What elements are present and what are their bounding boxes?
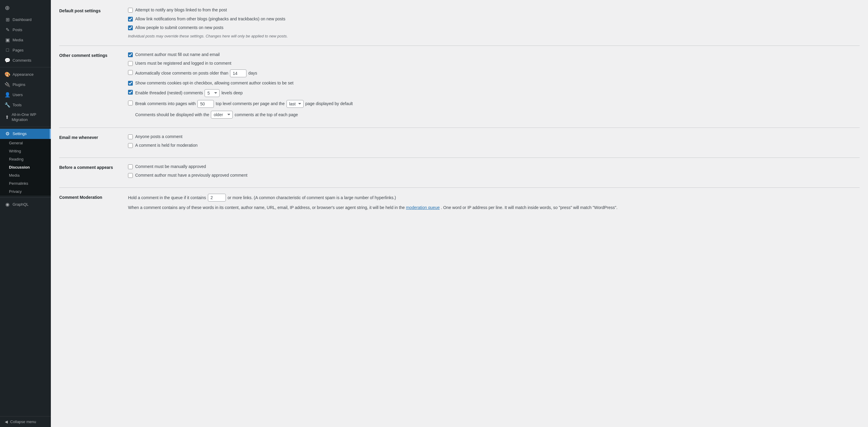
- registered-row: Users must be registered and logged in t…: [128, 60, 860, 66]
- manually-approved-checkbox[interactable]: [128, 164, 133, 169]
- sidebar-item-allinone[interactable]: ⬆ All-in-One WP Migration: [0, 110, 51, 125]
- comment-moderation-content: Hold a comment in the queue if it contai…: [128, 194, 860, 211]
- wp-logo-icon: ⊕: [5, 4, 10, 11]
- before-comment-section: Before a comment appears Comment must be…: [59, 164, 860, 181]
- sidebar-item-label: Comments: [12, 58, 31, 63]
- held-moderation-checkbox[interactable]: [128, 143, 133, 148]
- allow-comments-row: Allow people to submit comments on new p…: [128, 25, 860, 31]
- author-name-checkbox[interactable]: [128, 52, 133, 57]
- threaded-label[interactable]: Enable threaded (nested) comments 12345 …: [135, 89, 243, 97]
- break-mid: top level comments per page and the: [216, 101, 284, 107]
- auto-close-row: Automatically close comments on posts ol…: [128, 69, 860, 77]
- comment-moderation-label: Comment Moderation: [59, 194, 128, 211]
- sidebar-bottom: ◀ Collapse menu: [0, 416, 51, 427]
- break-comments-select[interactable]: firstlast: [286, 100, 304, 108]
- sidebar-divider-3: [0, 197, 51, 198]
- break-comments-checkbox[interactable]: [128, 101, 133, 106]
- submenu-privacy[interactable]: Privacy: [0, 188, 51, 196]
- break-comments-input[interactable]: [197, 100, 214, 108]
- graphql-icon: ◉: [5, 202, 10, 207]
- sidebar-item-label: Dashboard: [12, 17, 32, 22]
- allinone-icon: ⬆: [5, 115, 9, 120]
- registered-checkbox[interactable]: [128, 61, 133, 66]
- default-post-helper: Individual posts may override these sett…: [128, 34, 860, 38]
- submenu-media[interactable]: Media: [0, 171, 51, 179]
- registered-label[interactable]: Users must be registered and logged in t…: [135, 60, 231, 66]
- default-post-settings-section: Default post settings Attempt to notify …: [59, 7, 860, 39]
- submenu-reading[interactable]: Reading: [0, 155, 51, 163]
- collapse-menu[interactable]: ◀ Collapse menu: [0, 416, 51, 427]
- auto-close-days-input[interactable]: [230, 69, 246, 77]
- sidebar-item-label: Posts: [12, 28, 23, 32]
- sidebar-item-label: Settings: [12, 132, 27, 136]
- mod-para2-after: . One word or IP address per line. It wi…: [441, 205, 617, 210]
- mod-before: Hold a comment in the queue if it contai…: [128, 195, 206, 200]
- moderation-para2: When a comment contains any of these wor…: [128, 204, 860, 211]
- held-moderation-label[interactable]: A comment is held for moderation: [135, 143, 198, 148]
- display-before: Comments should be displayed with the: [135, 112, 209, 117]
- auto-close-checkbox[interactable]: [128, 70, 133, 75]
- allow-pingbacks-row: Allow link notifications from other blog…: [128, 16, 860, 22]
- sidebar-item-users[interactable]: 👤 Users: [0, 89, 51, 100]
- auto-close-after: days: [248, 70, 257, 76]
- default-post-label: Default post settings: [59, 7, 128, 39]
- display-order-select[interactable]: oldernewer: [211, 111, 233, 119]
- sidebar-item-appearance[interactable]: 🎨 Appearance: [0, 69, 51, 79]
- sidebar-item-tools[interactable]: 🔧 Tools: [0, 100, 51, 110]
- cookies-checkbox[interactable]: [128, 81, 133, 86]
- comment-moderation-section: Comment Moderation Hold a comment in the…: [59, 194, 860, 211]
- anyone-posts-checkbox[interactable]: [128, 135, 133, 139]
- media-icon: ▣: [5, 37, 10, 42]
- previously-approved-label[interactable]: Comment author must have a previously ap…: [135, 172, 247, 178]
- sidebar-item-plugins[interactable]: 🔌 Plugins: [0, 79, 51, 89]
- sidebar: ⊕ ⊞ Dashboard ✎ Posts ▣ Media □ Pages 💬 …: [0, 0, 51, 427]
- sidebar-logo: ⊕: [0, 0, 51, 15]
- sidebar-item-label: All-in-One WP Migration: [12, 112, 46, 122]
- threaded-before: Enable threaded (nested) comments: [135, 90, 203, 96]
- allow-comments-label[interactable]: Allow people to submit comments on new p…: [135, 25, 223, 31]
- sidebar-item-dashboard[interactable]: ⊞ Dashboard: [0, 15, 51, 25]
- sidebar-item-graphql[interactable]: ◉ GraphQL: [0, 199, 51, 209]
- sidebar-item-pages[interactable]: □ Pages: [0, 45, 51, 55]
- author-name-label[interactable]: Comment author must fill out name and em…: [135, 52, 220, 58]
- auto-close-inline: Automatically close comments on posts ol…: [135, 69, 257, 77]
- anyone-posts-label[interactable]: Anyone posts a comment: [135, 134, 182, 140]
- plugins-icon: 🔌: [5, 82, 10, 87]
- other-comment-label: Other comment settings: [59, 52, 128, 121]
- submenu-writing[interactable]: Writing: [0, 147, 51, 155]
- notify-blogs-label[interactable]: Attempt to notify any blogs linked to fr…: [135, 7, 227, 13]
- break-after: page displayed by default: [305, 101, 353, 107]
- author-name-row: Comment author must fill out name and em…: [128, 52, 860, 58]
- notify-blogs-row: Attempt to notify any blogs linked to fr…: [128, 7, 860, 13]
- threaded-select[interactable]: 12345 678910: [205, 89, 220, 97]
- manually-approved-label[interactable]: Comment must be manually approved: [135, 164, 206, 170]
- threaded-checkbox[interactable]: [128, 90, 133, 95]
- cookies-label[interactable]: Show comments cookies opt-in checkbox, a…: [135, 80, 293, 86]
- manually-approved-row: Comment must be manually approved: [128, 164, 860, 170]
- moderation-queue-link[interactable]: moderation queue: [406, 205, 440, 210]
- notify-blogs-checkbox[interactable]: [128, 8, 133, 12]
- threaded-inline: Enable threaded (nested) comments 12345 …: [135, 89, 243, 97]
- sidebar-item-settings[interactable]: ⚙ Settings: [0, 129, 51, 139]
- submenu-general[interactable]: General: [0, 139, 51, 147]
- mod-links-input[interactable]: [208, 194, 226, 201]
- threaded-after: levels deep: [221, 90, 243, 96]
- sidebar-item-media[interactable]: ▣ Media: [0, 35, 51, 45]
- tools-icon: 🔧: [5, 102, 10, 108]
- comments-icon: 💬: [5, 57, 10, 63]
- sidebar-item-label: Pages: [12, 48, 24, 52]
- display-order-inline: Comments should be displayed with the ol…: [135, 111, 298, 119]
- sidebar-item-posts[interactable]: ✎ Posts: [0, 25, 51, 35]
- allow-pingbacks-checkbox[interactable]: [128, 17, 133, 22]
- display-order-row: Comments should be displayed with the ol…: [135, 111, 860, 119]
- users-icon: 👤: [5, 92, 10, 97]
- default-post-content: Attempt to notify any blogs linked to fr…: [128, 7, 860, 39]
- allow-comments-checkbox[interactable]: [128, 25, 133, 30]
- previously-approved-checkbox[interactable]: [128, 173, 133, 178]
- submenu-discussion[interactable]: Discussion: [0, 163, 51, 171]
- break-comments-label[interactable]: Break comments into pages with top level…: [135, 100, 353, 108]
- sidebar-item-comments[interactable]: 💬 Comments: [0, 55, 51, 65]
- auto-close-label[interactable]: Automatically close comments on posts ol…: [135, 69, 257, 77]
- allow-pingbacks-label[interactable]: Allow link notifications from other blog…: [135, 16, 285, 22]
- submenu-permalinks[interactable]: Permalinks: [0, 179, 51, 188]
